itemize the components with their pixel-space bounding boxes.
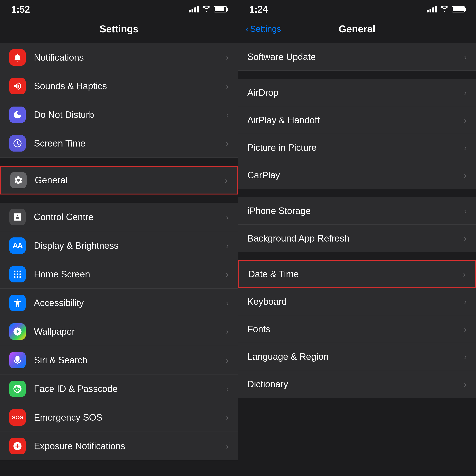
general-item-picture-in-picture[interactable]: Picture in Picture › xyxy=(238,134,476,161)
time-right: 1:24 xyxy=(249,4,268,15)
general-item-carplay[interactable]: CarPlay › xyxy=(238,161,476,189)
fonts-chevron: › xyxy=(464,324,467,334)
background-refresh-chevron: › xyxy=(464,233,467,243)
back-button[interactable]: ‹ Settings xyxy=(245,23,281,34)
airdrop-chevron: › xyxy=(464,87,467,98)
sounds-icon xyxy=(9,78,26,94)
sounds-label: Sounds & Haptics xyxy=(34,81,224,91)
dnd-icon xyxy=(9,106,26,123)
back-chevron-icon: ‹ xyxy=(245,23,249,34)
accessibility-icon xyxy=(9,295,26,311)
emergency-sos-icon: SOS xyxy=(9,409,26,425)
general-item-date-time[interactable]: Date & Time › xyxy=(238,260,476,288)
date-time-chevron: › xyxy=(463,269,466,279)
siri-icon xyxy=(9,352,26,368)
dictionary-chevron: › xyxy=(464,379,467,389)
sidebar-item-sounds[interactable]: Sounds & Haptics › xyxy=(0,72,238,101)
svg-rect-5 xyxy=(19,273,21,275)
iphone-storage-label: iPhone Storage xyxy=(247,205,464,216)
time-left: 1:52 xyxy=(11,4,30,15)
svg-rect-1 xyxy=(17,271,18,272)
svg-rect-3 xyxy=(14,273,16,275)
svg-rect-8 xyxy=(19,276,21,278)
general-chevron: › xyxy=(225,175,228,185)
left-panel: 1:52 Settings xyxy=(0,0,238,476)
general-item-airdrop[interactable]: AirDrop › xyxy=(238,79,476,106)
svg-rect-2 xyxy=(19,271,21,272)
picture-in-picture-label: Picture in Picture xyxy=(247,142,464,153)
wallpaper-label: Wallpaper xyxy=(34,326,224,337)
sidebar-item-home-screen[interactable]: Home Screen › xyxy=(0,260,238,289)
section-gap-2 xyxy=(0,158,238,166)
keyboard-chevron: › xyxy=(464,297,467,306)
sidebar-item-general[interactable]: General › xyxy=(0,166,238,194)
picture-in-picture-chevron: › xyxy=(464,143,467,153)
battery-icon-left xyxy=(214,6,227,13)
general-list: Software Update › AirDrop › AirPlay & Ha… xyxy=(238,39,476,476)
sidebar-item-emergency-sos[interactable]: SOS Emergency SOS › xyxy=(0,403,238,432)
control-centre-label: Control Centre xyxy=(34,212,224,222)
svg-rect-0 xyxy=(14,271,16,272)
sidebar-item-screen-time[interactable]: Screen Time › xyxy=(0,129,238,158)
software-update-chevron: › xyxy=(464,52,467,62)
date-time-label: Date & Time xyxy=(248,269,463,279)
display-icon: AA xyxy=(9,238,26,254)
face-id-label: Face ID & Passcode xyxy=(34,383,224,394)
general-item-airplay-handoff[interactable]: AirPlay & Handoff › xyxy=(238,106,476,134)
sidebar-item-accessibility[interactable]: Accessibility › xyxy=(0,289,238,317)
screen-time-chevron: › xyxy=(226,138,229,148)
general-item-keyboard[interactable]: Keyboard › xyxy=(238,288,476,315)
svg-rect-6 xyxy=(14,276,16,278)
general-item-language-region[interactable]: Language & Region › xyxy=(238,343,476,370)
dnd-label: Do Not Disturb xyxy=(34,109,224,120)
sidebar-item-wallpaper[interactable]: Wallpaper › xyxy=(0,317,238,346)
screen-time-label: Screen Time xyxy=(34,138,224,149)
sidebar-item-notifications[interactable]: Notifications › xyxy=(0,43,238,72)
emergency-sos-chevron: › xyxy=(226,412,229,423)
dnd-chevron: › xyxy=(226,110,229,120)
status-bar-left: 1:52 xyxy=(0,0,238,18)
home-screen-label: Home Screen xyxy=(34,269,224,280)
sidebar-item-siri[interactable]: Siri & Search › xyxy=(0,346,238,374)
status-icons-right xyxy=(427,5,465,14)
display-label: Display & Brightness xyxy=(34,240,224,251)
signal-icon-right xyxy=(427,6,437,13)
language-region-label: Language & Region xyxy=(247,351,464,362)
general-item-background-refresh[interactable]: Background App Refresh › xyxy=(238,225,476,252)
battery-icon-right xyxy=(452,6,465,13)
general-item-fonts[interactable]: Fonts › xyxy=(238,315,476,343)
sidebar-item-dnd[interactable]: Do Not Disturb › xyxy=(0,101,238,129)
sidebar-item-control-centre[interactable]: Control Centre › xyxy=(0,203,238,231)
wifi-icon-right xyxy=(440,5,449,14)
face-id-chevron: › xyxy=(226,384,229,394)
signal-icon-left xyxy=(189,6,199,13)
page-title-right: General xyxy=(339,23,375,34)
general-icon xyxy=(10,172,27,188)
keyboard-label: Keyboard xyxy=(247,296,464,307)
screen-time-icon xyxy=(9,135,26,152)
wallpaper-icon xyxy=(9,323,26,340)
sidebar-item-display[interactable]: AA Display & Brightness › xyxy=(0,231,238,260)
notifications-chevron: › xyxy=(226,52,229,63)
software-update-label: Software Update xyxy=(247,51,464,62)
airplay-handoff-label: AirPlay & Handoff xyxy=(247,115,464,125)
sidebar-item-exposure[interactable]: Exposure Notifications › xyxy=(0,432,238,460)
control-centre-icon xyxy=(9,209,26,225)
airdrop-label: AirDrop xyxy=(247,87,464,98)
general-item-iphone-storage[interactable]: iPhone Storage › xyxy=(238,197,476,225)
right-panel: 1:24 ‹ Settings General xyxy=(238,0,476,476)
iphone-storage-chevron: › xyxy=(464,206,467,216)
wallpaper-chevron: › xyxy=(226,326,229,337)
general-item-software-update[interactable]: Software Update › xyxy=(238,43,476,71)
accessibility-label: Accessibility xyxy=(34,298,224,308)
control-centre-chevron: › xyxy=(226,212,229,222)
nav-bar-right: ‹ Settings General xyxy=(238,18,476,39)
notifications-label: Notifications xyxy=(34,52,224,63)
status-icons-left xyxy=(189,5,227,14)
sidebar-item-face-id[interactable]: Face ID & Passcode › xyxy=(0,374,238,403)
status-bar-right: 1:24 xyxy=(238,0,476,18)
home-screen-chevron: › xyxy=(226,269,229,279)
back-label: Settings xyxy=(250,24,281,34)
general-item-dictionary[interactable]: Dictionary › xyxy=(238,370,476,398)
notifications-icon xyxy=(9,49,26,66)
